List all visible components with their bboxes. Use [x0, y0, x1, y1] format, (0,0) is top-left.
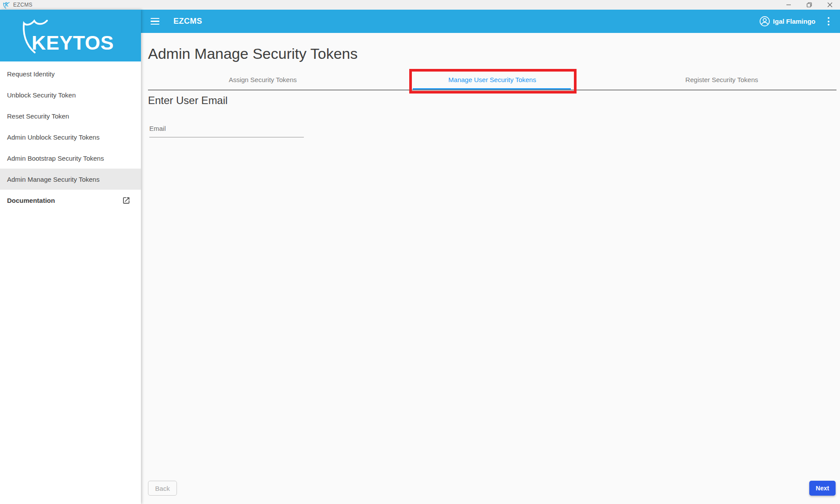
sidebar-item-label: Unblock Security Token	[7, 91, 76, 99]
tab-assign-security-tokens[interactable]: Assign Security Tokens	[148, 69, 378, 90]
window-title: EZCMS	[13, 2, 32, 8]
logo-text: KEYTOS	[32, 32, 114, 54]
appbar-title: EZCMS	[173, 17, 202, 26]
keytos-shield-icon: K	[3, 1, 11, 9]
sidebar-nav: Request Identity Unblock Security Token …	[0, 61, 141, 211]
restore-button[interactable]	[799, 0, 819, 10]
close-button[interactable]	[819, 0, 840, 10]
close-icon	[827, 2, 833, 7]
sidebar-item-documentation[interactable]: Documentation	[0, 190, 141, 211]
os-title-bar: K EZCMS	[0, 0, 840, 10]
sidebar-item-label: Reset Security Token	[7, 112, 69, 120]
minimize-icon	[786, 2, 791, 7]
active-tab-indicator	[413, 88, 571, 90]
back-button[interactable]: Back	[148, 481, 177, 496]
app-bar: EZCMS Igal Flamingo	[141, 10, 840, 33]
restore-icon	[807, 2, 812, 7]
sidebar-item-admin-unblock-security-tokens[interactable]: Admin Unblock Security Tokens	[0, 126, 141, 148]
section-title: Enter User Email	[148, 94, 227, 107]
kebab-menu-icon	[828, 17, 829, 25]
sidebar-item-admin-manage-security-tokens[interactable]: Admin Manage Security Tokens	[0, 169, 141, 190]
appbar-right-group: Igal Flamingo	[759, 14, 833, 29]
sidebar: KEYTOS Request Identity Unblock Security…	[0, 10, 141, 504]
minimize-button[interactable]	[778, 0, 799, 10]
next-button[interactable]: Next	[809, 481, 836, 496]
tab-manage-user-security-tokens[interactable]: Manage User Security Tokens	[378, 69, 607, 90]
content-column: EZCMS Igal Flamingo Admin Manage Securit…	[141, 10, 840, 504]
open-in-new-icon	[122, 196, 130, 205]
sidebar-item-label: Admin Unblock Security Tokens	[7, 133, 100, 141]
window-controls	[778, 0, 840, 10]
page-title: Admin Manage Security Tokens	[148, 45, 358, 62]
sidebar-item-label: Request Identity	[7, 70, 54, 78]
svg-text:K: K	[5, 3, 8, 7]
tab-register-security-tokens[interactable]: Register Security Tokens	[607, 69, 836, 90]
sidebar-item-admin-bootstrap-security-tokens[interactable]: Admin Bootstrap Security Tokens	[0, 148, 141, 169]
sidebar-item-reset-security-token[interactable]: Reset Security Token	[0, 105, 141, 126]
sidebar-logo-block: KEYTOS	[0, 10, 141, 61]
keytos-logo: KEYTOS	[23, 18, 119, 62]
email-field-wrapper	[149, 122, 304, 137]
sidebar-item-request-identity[interactable]: Request Identity	[0, 63, 141, 84]
email-input[interactable]	[149, 122, 304, 137]
account-circle-icon	[759, 16, 770, 27]
sidebar-item-label: Admin Bootstrap Security Tokens	[7, 155, 104, 162]
user-name: Igal Flamingo	[773, 18, 815, 25]
menu-icon	[151, 18, 159, 25]
overflow-menu-button[interactable]	[824, 14, 833, 29]
sidebar-item-label: Documentation	[7, 197, 55, 204]
app-shell: KEYTOS Request Identity Unblock Security…	[0, 10, 840, 504]
tab-strip: Assign Security Tokens Manage User Secur…	[148, 69, 836, 90]
main-content: Admin Manage Security Tokens Assign Secu…	[141, 33, 840, 504]
sidebar-item-label: Admin Manage Security Tokens	[7, 176, 100, 183]
sidebar-item-unblock-security-token[interactable]: Unblock Security Token	[0, 84, 141, 105]
menu-button[interactable]	[147, 14, 163, 29]
